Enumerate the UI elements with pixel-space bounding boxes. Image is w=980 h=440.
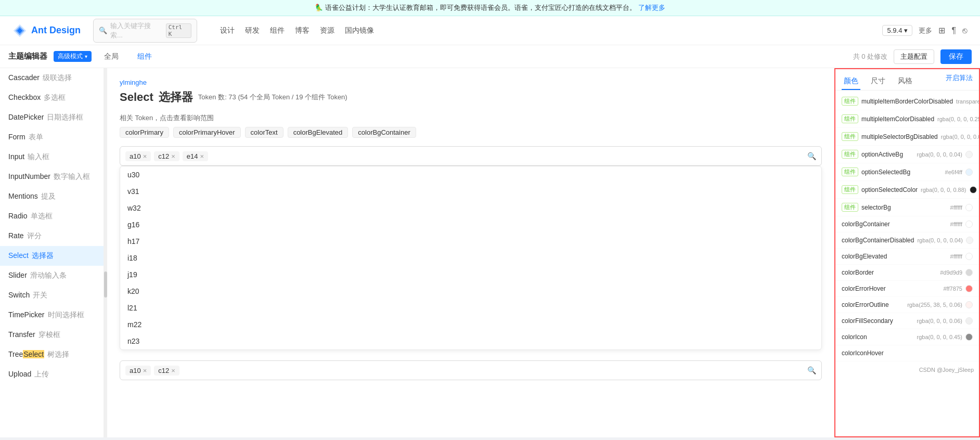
token-row-colorBgContainer[interactable]: colorBgContainer #ffffff [835, 216, 979, 232]
tag-close-c12[interactable]: × [171, 152, 175, 160]
dropdown-item-v31[interactable]: v31 [120, 183, 821, 200]
token-name: colorIcon [842, 333, 914, 341]
token-tag-colorText[interactable]: colorText [245, 127, 283, 138]
token-row-optionActiveBg[interactable]: 组件 optionActiveBg rgba(0, 0, 0, 0.04) [835, 146, 979, 163]
token-name: colorBgContainerDisabled [842, 237, 914, 244]
tab-component[interactable]: 组件 [131, 50, 158, 63]
sidebar-item-mentions[interactable]: Mentions 提及 [0, 187, 104, 206]
tag-close-e14[interactable]: × [200, 152, 204, 160]
token-tags: colorPrimary colorPrimaryHover colorText… [120, 127, 822, 138]
brand-logo[interactable]: Ant Design [12, 23, 81, 38]
nav-resources[interactable]: 资源 [320, 26, 334, 35]
sidebar-item-upload[interactable]: Upload 上传 [0, 365, 104, 384]
text-icon[interactable]: ¶ [951, 26, 956, 35]
token-name: optionSelectedColor [861, 186, 918, 193]
dropdown-item-h17[interactable]: h17 [120, 233, 821, 250]
dropdown-item-n23[interactable]: n23 [120, 333, 821, 350]
sidebar-item-checkbox[interactable]: Checkbox 多选框 [0, 88, 104, 108]
dropdown-item-j19[interactable]: j19 [120, 266, 821, 283]
dropdown-item-l21[interactable]: l21 [120, 300, 821, 316]
token-row-multipleItemBorderColorDisabled[interactable]: 组件 multipleItemBorderColorDisabled trans… [835, 93, 979, 110]
select-input-field[interactable]: a10 × c12 × e14 × 🔍 [120, 146, 822, 166]
sidebar-item-radio[interactable]: Radio 单选框 [0, 206, 104, 226]
token-row-colorIcon[interactable]: colorIcon rgba(0, 0, 0, 0.45) [835, 329, 979, 345]
token-tag-colorPrimaryHover[interactable]: colorPrimaryHover [173, 127, 241, 138]
nav-blog[interactable]: 博客 [295, 26, 310, 35]
banner-link[interactable]: 了解更多 [638, 4, 665, 11]
theme-editor-bar: 主题编辑器 高级模式 ▾ 全局 组件 共 0 处修改 主题配置 保存 [0, 45, 980, 68]
nav-dev[interactable]: 研发 [245, 26, 260, 35]
token-row-colorFillSecondary[interactable]: colorFillSecondary rgba(0, 0, 0, 0.06) [835, 313, 979, 329]
token-row-colorErrorHover[interactable]: colorErrorHover #ff7875 [835, 281, 979, 297]
color-swatch [965, 221, 973, 228]
dropdown-item-k20[interactable]: k20 [120, 283, 821, 300]
search-box[interactable]: 🔍 输入关键字搜索... Ctrl K [93, 19, 197, 43]
navbar-right: 5.9.4 ▾ 更多 ⊞ ¶ ⎋ [882, 25, 968, 36]
tag-close2-c12[interactable]: × [171, 367, 175, 374]
select-input-field-2[interactable]: a10 × c12 × 🔍 [120, 360, 822, 380]
right-tab-style[interactable]: 风格 [896, 73, 914, 90]
token-tag-colorPrimary[interactable]: colorPrimary [120, 127, 169, 138]
token-row-selectorBg[interactable]: 组件 selectorBg #ffffff [835, 199, 979, 216]
layout-icon[interactable]: ⊞ [938, 25, 945, 35]
tag-close-a10[interactable]: × [143, 152, 147, 160]
dropdown-item-u30[interactable]: u30 [120, 166, 821, 183]
color-swatch [965, 333, 973, 341]
token-row-multipleSelectorBgDisabled[interactable]: 组件 multipleSelectorBgDisabled rgba(0, 0,… [835, 128, 979, 146]
token-tag-colorBgContainer[interactable]: colorBgContainer [352, 127, 416, 138]
nav-components[interactable]: 组件 [270, 26, 285, 35]
nav-design[interactable]: 设计 [220, 26, 235, 35]
color-swatch [965, 285, 973, 292]
right-tab-size[interactable]: 尺寸 [869, 73, 887, 90]
sidebar-item-cascader[interactable]: Cascader 级联选择 [0, 68, 104, 88]
algo-toggle[interactable]: 开启算法 [946, 73, 973, 90]
tab-global[interactable]: 全局 [98, 50, 125, 63]
sidebar-item-select[interactable]: Select 选择器 [0, 246, 104, 266]
token-name: optionSelectedBg [861, 169, 942, 176]
more-label[interactable]: 更多 [919, 26, 932, 35]
token-row-colorBorder[interactable]: colorBorder #d9d9d9 [835, 265, 979, 281]
token-row-colorIconHover[interactable]: colorIconHover [835, 345, 979, 361]
token-row-multipleItemColorDisabled[interactable]: 组件 multipleItemColorDisabled rgba(0, 0, … [835, 110, 979, 128]
theme-config-button[interactable]: 主题配置 [894, 49, 934, 64]
token-name: colorFillSecondary [842, 317, 914, 325]
sidebar-item-slider[interactable]: Slider 滑动输入条 [0, 266, 104, 286]
token-value: #d9d9d9 [940, 269, 962, 276]
mode-badge[interactable]: 高级模式 ▾ [54, 51, 92, 62]
sidebar-item-transfer[interactable]: Transfer 穿梭框 [0, 325, 104, 345]
select-search-icon: 🔍 [807, 152, 816, 160]
color-swatch [965, 151, 973, 158]
token-row-optionSelectedBg[interactable]: 组件 optionSelectedBg #e6f4ff [835, 163, 979, 181]
sidebar-item-form[interactable]: Form 表单 [0, 127, 104, 147]
dropdown-item-m22[interactable]: m22 [120, 316, 821, 333]
version-selector[interactable]: 5.9.4 ▾ [882, 25, 912, 36]
token-row-colorBgElevated[interactable]: colorBgElevated #ffffff [835, 249, 979, 265]
nav-domestic[interactable]: 国内镜像 [345, 26, 374, 35]
token-scope: 组件 [842, 203, 858, 212]
select-tag2-a10: a10 × [125, 366, 151, 376]
sidebar-item-rate[interactable]: Rate 评分 [0, 226, 104, 246]
color-swatch [965, 317, 973, 325]
dropdown-item-w32[interactable]: w32 [120, 200, 821, 216]
sidebar-item-inputnumber[interactable]: InputNumber 数字输入框 [0, 167, 104, 187]
sidebar-item-datepicker[interactable]: DatePicker 日期选择框 [0, 108, 104, 127]
token-name: colorIconHover [842, 350, 970, 357]
token-tag-colorBgElevated[interactable]: colorBgElevated [288, 127, 349, 138]
token-value: #ff7875 [943, 286, 962, 292]
right-tab-color[interactable]: 颜色 [842, 73, 860, 90]
dropdown-item-g16[interactable]: g16 [120, 216, 821, 233]
token-row-colorErrorOutline[interactable]: colorErrorOutline rgba(255, 38, 5, 0.06) [835, 297, 979, 313]
token-value: rgba(0, 0, 0, 0.04) [941, 134, 980, 140]
sidebar-item-input[interactable]: Input 输入框 [0, 147, 104, 167]
token-row-colorBgContainerDisabled[interactable]: colorBgContainerDisabled rgba(0, 0, 0, 0… [835, 232, 979, 249]
sidebar-item-switch[interactable]: Switch 开关 [0, 286, 104, 305]
dropdown-item-i18[interactable]: i18 [120, 250, 821, 266]
save-button[interactable]: 保存 [940, 49, 972, 64]
search-placeholder: 输入关键字搜索... [110, 21, 163, 40]
tag-close2-a10[interactable]: × [143, 367, 147, 374]
github-icon[interactable]: ⎋ [962, 26, 968, 35]
sidebar-item-treeselect[interactable]: TreeSelect 树选择 [0, 345, 104, 365]
token-name: multipleItemBorderColorDisabled [861, 98, 953, 105]
sidebar-item-timepicker[interactable]: TimePicker 时间选择框 [0, 305, 104, 325]
token-row-optionSelectedColor[interactable]: 组件 optionSelectedColor rgba(0, 0, 0, 0.8… [835, 181, 979, 199]
